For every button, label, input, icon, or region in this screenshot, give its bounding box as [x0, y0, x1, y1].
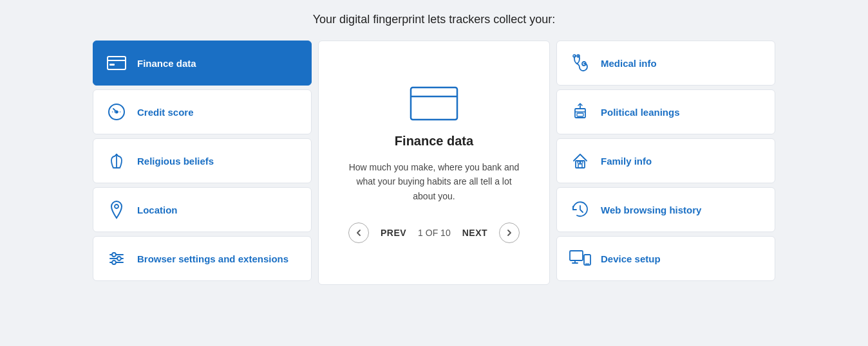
- right-item-web-browsing-history-label: Web browsing history: [601, 205, 701, 215]
- right-item-medical-info-label: Medical info: [601, 58, 657, 69]
- center-panel: Finance data How much you make, where yo…: [318, 41, 550, 285]
- svg-rect-15: [411, 87, 457, 120]
- svg-rect-2: [109, 64, 115, 66]
- right-item-device-setup-label: Device setup: [601, 253, 661, 264]
- right-item-family-info[interactable]: Family info: [556, 138, 775, 183]
- hands-icon: [106, 150, 127, 171]
- center-description: How much you make, where you bank and wh…: [344, 160, 524, 203]
- page-subtitle: Your digital fingerprint lets trackers c…: [313, 13, 556, 26]
- right-item-web-browsing-history[interactable]: Web browsing history: [556, 187, 775, 232]
- svg-rect-27: [581, 161, 583, 163]
- sidebar-item-location[interactable]: Location: [93, 187, 312, 232]
- sidebar-item-credit-score[interactable]: Credit score: [93, 89, 312, 134]
- svg-point-12: [112, 253, 116, 257]
- right-item-political-leanings-label: Political leanings: [601, 107, 680, 118]
- sidebar-item-finance-data[interactable]: Finance data: [93, 41, 312, 86]
- nav-count: 1 OF 10: [418, 228, 451, 238]
- svg-point-14: [112, 260, 116, 264]
- prev-button[interactable]: [348, 223, 369, 243]
- center-navigation: PREV 1 OF 10 NEXT: [348, 223, 520, 243]
- sidebar-item-finance-data-label: Finance data: [137, 58, 196, 69]
- house-icon: [570, 150, 590, 171]
- svg-rect-26: [578, 161, 580, 163]
- svg-rect-23: [577, 113, 583, 116]
- svg-rect-0: [108, 57, 126, 69]
- main-layout: Finance data Credit score: [80, 41, 788, 285]
- center-finance-icon: [408, 82, 460, 122]
- stethoscope-icon: [570, 53, 590, 73]
- gauge-icon: [106, 102, 127, 122]
- sidebar-item-browser-settings[interactable]: Browser settings and extensions: [93, 236, 312, 281]
- sidebar-item-religious-beliefs[interactable]: Religious beliefs: [93, 138, 312, 183]
- right-item-political-leanings[interactable]: Political leanings: [556, 89, 775, 134]
- sidebar-item-browser-settings-label: Browser settings and extensions: [137, 253, 288, 264]
- podium-icon: [570, 102, 590, 122]
- right-item-device-setup[interactable]: Device setup: [556, 236, 775, 281]
- prev-label[interactable]: PREV: [381, 228, 406, 238]
- pin-icon: [106, 199, 127, 220]
- history-icon: [570, 199, 590, 220]
- next-label[interactable]: NEXT: [462, 228, 487, 238]
- svg-point-8: [115, 205, 118, 208]
- svg-point-13: [117, 257, 121, 260]
- credit-card-icon: [106, 53, 127, 73]
- svg-rect-28: [570, 251, 583, 260]
- next-button[interactable]: [499, 223, 520, 243]
- right-item-family-info-label: Family info: [601, 156, 652, 167]
- svg-point-18: [573, 55, 576, 57]
- devices-icon: [570, 248, 590, 269]
- right-column: Medical info Political leanings: [556, 41, 775, 285]
- center-title: Finance data: [395, 134, 473, 149]
- sliders-icon: [106, 248, 127, 269]
- right-item-medical-info[interactable]: Medical info: [556, 41, 775, 86]
- sidebar-item-location-label: Location: [137, 205, 178, 215]
- sidebar-item-religious-beliefs-label: Religious beliefs: [137, 156, 214, 167]
- sidebar-item-credit-score-label: Credit score: [137, 107, 194, 118]
- left-column: Finance data Credit score: [93, 41, 312, 285]
